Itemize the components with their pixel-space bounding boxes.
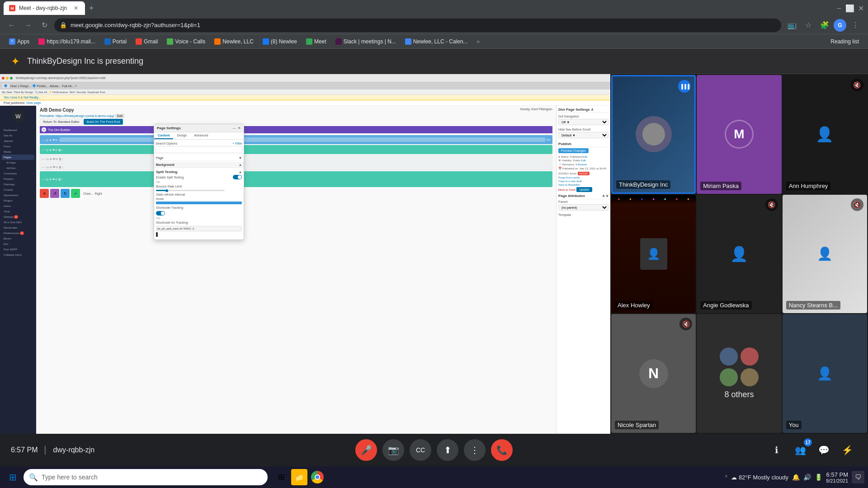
wp-modal-tab-design[interactable]: Design (173, 132, 190, 139)
wp-action-red[interactable]: ✕ (40, 189, 49, 198)
wp-permalink-url[interactable]: https://thinkbydesign.com/a-b-demo-copy/ (56, 114, 114, 117)
bookmark-slack[interactable]: Slack | meetings | N... (332, 38, 400, 46)
wp-build-frontend-btn[interactable]: Build On The Front End (84, 119, 123, 125)
wp-split-toggle[interactable] (233, 175, 242, 179)
chevron-icon[interactable]: ^ (725, 474, 727, 480)
bookmark-gmail[interactable]: Gmail (132, 38, 161, 46)
participants-btn[interactable]: 👥 17 (790, 440, 810, 460)
bookmark-voice[interactable]: Voice - Calls (163, 38, 209, 46)
end-call-btn[interactable]: 📞 (491, 439, 513, 461)
wp-purge-cache[interactable]: Purge from cache (558, 176, 609, 179)
bookmark-icon[interactable]: ☆ (801, 18, 816, 33)
wp-action-blue[interactable]: ↻ (61, 189, 70, 198)
profile-icon[interactable]: G (834, 19, 846, 32)
wp-modal-tab-content[interactable]: Content (154, 132, 173, 139)
volume-icon[interactable]: 🔊 (803, 474, 811, 481)
wp-browse-link[interactable]: Browse (578, 163, 587, 166)
wp-edit-btn[interactable]: Edit (115, 114, 124, 118)
cast-icon[interactable]: 📺 (785, 18, 799, 33)
wp-sidebar-comments[interactable]: Comments (2, 171, 34, 176)
battery-icon[interactable]: 🔋 (815, 474, 822, 481)
captions-btn[interactable]: CC (410, 439, 431, 461)
extensions-icon[interactable]: 🧩 (817, 18, 832, 33)
notification-btn[interactable]: 🗨 (852, 471, 864, 483)
wp-sidebar-contact[interactable]: Contact (2, 187, 34, 192)
bookmark-mail[interactable]: https://blu179.mail... (35, 38, 99, 46)
camera-btn[interactable]: 📷 (382, 439, 404, 461)
bookmark-newlee[interactable]: Newlee, LLC (211, 38, 257, 46)
start-btn[interactable]: ⊞ (4, 468, 22, 486)
wp-action-purple[interactable]: ↺ (50, 189, 59, 198)
wp-sidebar-pages[interactable]: Pages (2, 155, 34, 160)
wp-sidebar-flamingo[interactable]: Flamingo (2, 182, 34, 187)
forward-btn[interactable]: → (22, 19, 34, 32)
wp-bounce-slider[interactable] (156, 190, 225, 191)
wp-page-section-title[interactable]: Page ▼ (156, 155, 242, 161)
wp-sidebar-plugins[interactable]: Plugins (2, 198, 34, 203)
wp-sidebar-shortcodes[interactable]: Shortcodes (2, 225, 34, 230)
more-options-btn[interactable]: ⋮ (464, 439, 486, 461)
wp-copy-draft[interactable]: Copy to a new draft (558, 180, 609, 183)
chrome-taskbar-icon[interactable] (309, 469, 326, 485)
wp-sidebar-tools[interactable]: Tools (2, 209, 34, 214)
wp-sidebar-allpages[interactable]: All Pages (2, 160, 34, 165)
bookmark-fb[interactable]: (8) Newlee (259, 38, 301, 46)
wp-sidebar-media[interactable]: Media (2, 149, 34, 155)
taskview-icon[interactable]: ⊞ (273, 469, 289, 485)
wp-sidebar-performance[interactable]: Performance 1 (2, 230, 34, 236)
tab-close-btn[interactable]: ✕ (72, 5, 80, 12)
wp-sidebar-users[interactable]: Users (2, 203, 34, 209)
wp-sidebar-divi[interactable]: Divi (2, 241, 34, 247)
bookmark-calen[interactable]: Newlee, LLC - Calen... (401, 38, 472, 46)
wp-action-green[interactable]: ✓ (71, 189, 80, 198)
wp-preview-changes-btn[interactable]: Preview Changes (558, 148, 589, 153)
wp-hide-nav-select[interactable]: Default ▼ (558, 132, 609, 138)
wp-sidebar-aioseo[interactable]: All in One SEO (2, 220, 34, 225)
wp-republish-link[interactable]: Save & Republish (558, 183, 580, 186)
chat-btn[interactable]: 💬 (814, 440, 834, 460)
present-btn[interactable]: ⬆ (437, 439, 458, 461)
wp-sidebar-projects[interactable]: Projects (2, 176, 34, 182)
info-btn[interactable]: ℹ (767, 440, 787, 460)
wp-sidebar-appearance[interactable]: Appearance (2, 192, 34, 198)
more-icon[interactable]: ⋮ (848, 18, 863, 33)
active-tab[interactable]: M Meet - dwy-rqbb-zjn ✕ (4, 1, 85, 15)
wp-move-trash[interactable]: Move to Trash (558, 188, 576, 191)
mute-btn[interactable]: 🎤 (355, 439, 377, 461)
bookmark-reading-list[interactable]: Reading list (827, 38, 863, 46)
wp-modal-close-btn[interactable]: ✕ (238, 126, 241, 130)
network-icon[interactable]: 🔔 (792, 474, 800, 481)
wp-sidebar-posts[interactable]: Posts (2, 144, 34, 149)
bookmark-portal[interactable]: Portal (101, 38, 130, 46)
wp-shortcode-toggle[interactable] (156, 211, 165, 216)
bookmark-apps[interactable]: ⠿ Apps (5, 38, 33, 46)
taskbar-search-bar[interactable]: 🔍 Type here to search (24, 469, 268, 485)
wp-visibility-edit[interactable]: Edit (581, 159, 586, 162)
wp-sidebar-sitekit[interactable]: Site Kit (2, 133, 34, 138)
wp-return-standard-btn[interactable]: Return To Standard Editor (40, 119, 83, 125)
wp-sidebar-addnew[interactable]: Add New (2, 165, 34, 171)
file-explorer-icon[interactable]: 📁 (291, 469, 307, 485)
wp-modal-min-btn[interactable]: — (232, 126, 236, 130)
wp-sidebar-jetpack[interactable]: Jetpack (2, 138, 34, 144)
activities-btn[interactable]: ⚡ (837, 440, 857, 460)
wp-update-btn[interactable]: Update (576, 187, 592, 192)
refresh-btn[interactable]: ↻ (38, 19, 51, 32)
address-bar[interactable]: 🔒 meet.google.com/dwy-rqbb-zjn?authuser=… (54, 19, 781, 32)
close-btn[interactable]: ✕ (857, 5, 864, 12)
back-btn[interactable]: ← (5, 19, 18, 32)
maximize-btn[interactable]: ⬜ (846, 5, 854, 12)
minimize-btn[interactable]: – (835, 5, 843, 12)
wp-sidebar-settings[interactable]: Settings 1 (2, 214, 34, 220)
wp-search-input[interactable] (156, 146, 242, 153)
wp-settings-expand[interactable]: ∧ (591, 108, 594, 112)
wp-sidebar-collapse[interactable]: Collapse menu (2, 252, 34, 258)
wp-modal-tab-advanced[interactable]: Advanced (190, 132, 212, 139)
wp-sidebar-postsmtp[interactable]: Post SMTP (2, 247, 34, 252)
wp-filter-btn[interactable]: + Filter (232, 142, 242, 145)
wp-sidebar-bloom[interactable]: Bloom (2, 236, 34, 241)
bookmark-more[interactable]: » (473, 38, 484, 46)
bookmark-meet[interactable]: Meet (302, 38, 330, 46)
wp-status-edit[interactable]: Edit (583, 155, 587, 158)
wp-sidebar-dashboard[interactable]: Dashboard (2, 127, 34, 133)
